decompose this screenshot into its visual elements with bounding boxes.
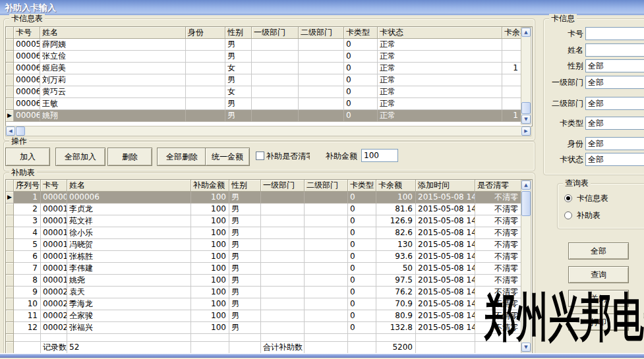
cell: 0 [348,263,376,275]
delete-button[interactable]: 删除 [107,148,152,166]
cell: 不清零 [475,275,521,287]
cell: 100 [191,275,229,287]
current-row-indicator[interactable]: ▶ [6,192,14,204]
column-header: 卡类型 [344,27,378,39]
table-row[interactable]: 000063姬启美女0正常1 [6,63,521,74]
card-type-filter-input[interactable] [585,117,644,130]
cell [305,310,348,322]
row-selector[interactable] [6,298,14,310]
cell [502,39,521,51]
cell: 苑文祥 [67,215,191,227]
cell: 000065 [14,86,40,98]
total-subsidy-label: 合计补助数 [261,342,305,354]
row-selector[interactable] [6,204,14,215]
cell [186,63,225,74]
all-button[interactable]: 全部 [568,242,629,260]
cell [305,322,348,334]
table-row[interactable]: 7000018李伟建100男0502015-05-08 14:12:不清零 [6,263,521,275]
table-row[interactable]: 8000019姚尧100男097.52015-05-08 14:12:不清零 [6,275,521,287]
clear-subsidy-checkbox[interactable] [256,152,264,160]
name-filter-input[interactable] [585,43,644,57]
table-row[interactable]: 11000022仝家骏100男080.92015-05-08 14:12:不清零 [6,310,521,322]
cell: 000023 [41,322,67,334]
row-selector[interactable] [6,86,14,98]
row-selector[interactable] [6,334,14,342]
row-selector[interactable] [6,287,14,298]
row-selector[interactable] [6,239,14,251]
subsidy-amount-input[interactable] [361,149,398,162]
gender-filter-label: 性别 [542,59,583,72]
card-info-table-radio[interactable] [564,194,572,202]
row-selector[interactable] [6,215,14,227]
table-row[interactable]: ▶000067姚翔男0正常1 [6,110,521,122]
cell: 男 [229,215,261,227]
table-row[interactable]: 000064刘万莉男0正常 [6,74,521,86]
table-row[interactable]: 000061张立俭男0正常 [6,51,521,63]
cell: 2015-05-08 14:12: [416,251,475,263]
card-no-filter-input[interactable] [585,27,644,40]
delete-all-button[interactable]: 全部删除 [157,148,207,166]
scroll-down-icon[interactable]: ▼ [521,115,531,124]
cell: 男 [229,204,261,215]
row-selector[interactable] [6,227,14,239]
row-selector[interactable] [6,263,14,275]
table-row[interactable]: 5000016冯晓贺100男01302015-05-08 14:12:不清零 [6,239,521,251]
cell [299,98,344,110]
cell: 130 [376,239,416,251]
row-selector[interactable] [6,27,14,39]
subsidy-table-radio[interactable] [564,211,572,219]
uniform-amount-button[interactable]: 统一金额 [205,148,250,166]
cell: 0 [348,227,376,239]
table-row[interactable]: ▶1000006000006100男01002015-05-08 14:12:不… [6,192,521,204]
cell: 男 [225,98,252,110]
add-button[interactable]: 加入 [5,148,50,166]
row-selector[interactable] [6,322,14,334]
subsidy-table-vscroll-thumb[interactable] [521,191,531,216]
scroll-up-icon[interactable]: ▲ [521,28,531,37]
cell: 2015-05-08 14:12: [416,310,475,322]
row-selector[interactable] [6,251,14,263]
table-row[interactable]: 4000015徐小乐100男082.62015-05-08 14:12:不清零 [6,227,521,239]
card-status-filter-input[interactable] [585,153,644,166]
row-selector[interactable] [6,98,14,110]
row-selector[interactable] [6,342,14,354]
row-selector[interactable] [6,275,14,287]
table-row[interactable]: 10000021季海龙100男070.92015-05-08 14:12:不清零 [6,298,521,310]
card-table-hscrollbar[interactable]: ◀ ▶ [5,126,531,136]
cell [348,342,376,354]
cell [502,86,521,98]
card-table-vscrollbar[interactable]: ▲ ▼ [521,27,531,124]
card-table-vscroll-thumb[interactable] [521,102,531,114]
column-header: 姓名 [40,27,186,39]
row-selector[interactable] [6,310,14,322]
dept2-filter-input[interactable] [585,97,644,110]
identity-filter-input[interactable] [585,137,644,150]
row-selector[interactable] [6,180,14,192]
cell: 0 [344,63,378,74]
add-all-button[interactable]: 全部加入 [55,148,105,166]
table-row[interactable]: 6000017张栋胜100男093.62015-05-08 14:12:不清零 [6,251,521,263]
row-selector[interactable] [6,74,14,86]
current-row-indicator[interactable]: ▶ [6,110,14,122]
row-selector[interactable] [6,39,14,51]
cell: 000006 [41,192,67,204]
table-row[interactable]: 000065黄巧云女0正常 [6,86,521,98]
gender-filter-input[interactable] [585,59,644,72]
table-row[interactable]: 000059薛阿姨男0正常 [6,39,521,51]
cell [299,86,344,98]
dept1-filter-input[interactable] [585,76,644,89]
cell [261,215,305,227]
column-header: 身份 [186,27,225,39]
table-row[interactable]: 3000013苑文祥100男0126.92015-05-08 14:12:不清零 [6,215,521,227]
table-row[interactable]: 2000012李贞龙100男081.62015-05-08 14:12:不清零 [6,204,521,215]
row-selector[interactable] [6,63,14,74]
row-selector[interactable] [6,51,14,63]
search-button[interactable]: 查询 [568,266,629,283]
table-row[interactable]: 12000023张福兴100男0132.82015-05-08 14:12:不清… [6,322,521,334]
scroll-right-icon[interactable]: ▶ [521,126,531,136]
table-row[interactable]: 000066王敏男0正常 [6,98,521,110]
scroll-left-icon[interactable]: ◀ [6,126,15,136]
card-table-hscroll-thumb[interactable] [16,126,25,136]
scroll-up-icon[interactable]: ▲ [521,180,531,190]
table-row[interactable]: 9000020袁天100男076.22015-05-08 14:12:不清零 [6,287,521,298]
